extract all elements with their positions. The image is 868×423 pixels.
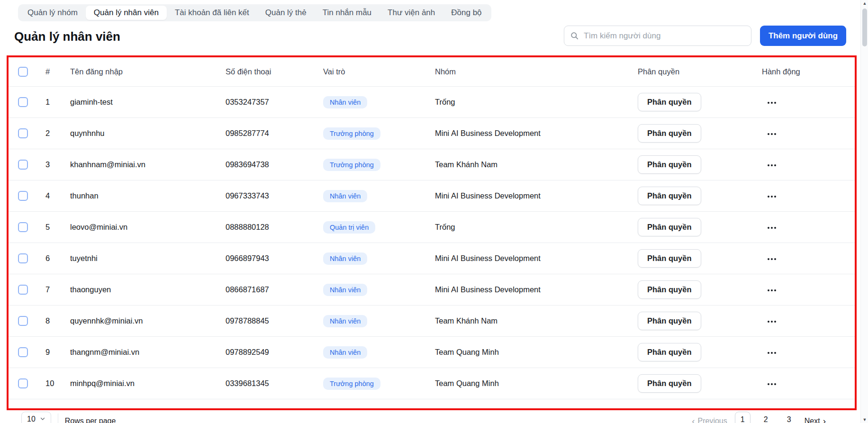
permission-button[interactable]: Phân quyền — [638, 187, 701, 205]
phone-cell: 0888880128 — [226, 223, 323, 232]
role-badge: Nhân viên — [323, 190, 367, 202]
permission-button[interactable]: Phân quyền — [638, 155, 701, 174]
group-cell: Team Khánh Nam — [435, 160, 638, 169]
role-badge: Nhân viên — [323, 346, 367, 359]
role-badge: Trưởng phòng — [323, 127, 380, 140]
row-index: 9 — [45, 348, 70, 357]
tab-7[interactable]: Đồng bộ — [443, 6, 489, 20]
row-checkbox[interactable] — [18, 160, 28, 170]
scroll-up-icon[interactable]: ▲ — [861, 1, 868, 6]
previous-page-button[interactable]: ‹ Previous — [692, 414, 727, 423]
next-page-button[interactable]: Next › — [805, 414, 826, 423]
permission-button[interactable]: Phân quyền — [638, 343, 701, 361]
row-checkbox[interactable] — [18, 285, 28, 295]
page-button-2[interactable]: 2 — [758, 412, 774, 423]
row-checkbox[interactable] — [18, 97, 28, 107]
table-row: 7thaonguyen0866871687Nhân viênMini AI Bu… — [9, 274, 855, 306]
permission-button[interactable]: Phân quyền — [638, 218, 701, 236]
add-user-button[interactable]: Thêm người dùng — [760, 26, 846, 46]
tab-2[interactable]: Quản lý nhân viên — [86, 6, 167, 20]
permission-button[interactable]: Phân quyền — [638, 249, 701, 268]
username-cell: leovo@miniai.vn — [70, 223, 226, 232]
row-checkbox[interactable] — [18, 347, 28, 357]
group-cell: Mini AI Business Development — [435, 191, 638, 200]
row-actions-button[interactable] — [762, 379, 782, 389]
chevron-left-icon: ‹ — [692, 416, 695, 423]
phone-cell: 0985287774 — [226, 129, 323, 138]
group-cell: Team Quang Minh — [435, 379, 638, 388]
tab-bar: Quản lý nhómQuản lý nhân viênTài khoản đ… — [18, 4, 491, 21]
table-row: 6tuyetnhi0966897943Nhân viênMini AI Busi… — [9, 243, 855, 274]
row-index: 6 — [45, 254, 70, 263]
row-actions-button[interactable] — [762, 348, 782, 358]
permission-button[interactable]: Phân quyền — [638, 312, 701, 330]
page-number-list: 123 — [735, 412, 797, 423]
role-badge: Nhân viên — [323, 96, 367, 108]
search-icon — [570, 31, 579, 40]
row-actions-button[interactable] — [762, 223, 782, 233]
row-index: 2 — [45, 129, 70, 138]
search-input[interactable] — [584, 31, 745, 41]
page-button-1[interactable]: 1 — [735, 412, 750, 423]
column-header-role: Vai trò — [323, 67, 435, 76]
column-header-group: Nhóm — [435, 67, 638, 76]
phone-cell: 0353247357 — [226, 98, 323, 107]
row-checkbox[interactable] — [18, 191, 28, 201]
row-index: 4 — [45, 191, 70, 200]
rows-per-page-select[interactable]: 10 — [21, 412, 51, 423]
row-actions-button[interactable] — [762, 192, 782, 201]
permission-button[interactable]: Phân quyền — [638, 124, 701, 143]
chevron-right-icon: › — [823, 416, 826, 423]
scrollbar[interactable]: ▲ ▼ — [860, 0, 868, 423]
pagination: ‹ Previous 123 Next › — [692, 412, 826, 423]
rows-per-page-value: 10 — [27, 415, 36, 423]
rows-per-page-control: 10 Rows per page — [21, 412, 116, 423]
permission-button[interactable]: Phân quyền — [638, 93, 701, 111]
ellipsis-icon — [768, 196, 776, 198]
row-checkbox[interactable] — [18, 253, 28, 263]
ellipsis-icon — [768, 164, 776, 166]
row-actions-button[interactable] — [762, 129, 782, 139]
tab-6[interactable]: Thư viện ảnh — [380, 6, 443, 20]
page-title: Quản lý nhân viên — [14, 29, 120, 44]
row-actions-button[interactable] — [762, 286, 782, 295]
tab-3[interactable]: Tài khoản đã liên kết — [167, 6, 257, 20]
scroll-down-icon[interactable]: ▼ — [861, 417, 868, 422]
row-checkbox[interactable] — [18, 316, 28, 326]
chevron-down-icon — [40, 415, 45, 423]
column-header-phone: Số điện thoại — [226, 67, 323, 76]
role-badge: Trưởng phòng — [323, 159, 380, 171]
ellipsis-icon — [768, 352, 776, 354]
phone-cell: 0866871687 — [226, 285, 323, 294]
row-checkbox[interactable] — [18, 128, 28, 138]
table-row: 8quyennhk@miniai.vn0978788845Nhân viênTe… — [9, 306, 855, 337]
role-badge: Quản trị viên — [323, 221, 375, 234]
tab-1[interactable]: Quản lý nhóm — [19, 6, 86, 20]
row-index: 1 — [45, 98, 70, 107]
username-cell: khanhnam@miniai.vn — [70, 160, 226, 169]
previous-label: Previous — [698, 417, 727, 423]
table-footer: 10 Rows per page ‹ Previous 123 Next › — [21, 412, 826, 423]
phone-cell: 0967333743 — [226, 191, 323, 200]
table-highlight-annotation: #Tên đăng nhậpSố điện thoạiVai tròNhómPh… — [7, 55, 857, 410]
scrollbar-thumb[interactable] — [862, 9, 867, 46]
tab-5[interactable]: Tin nhắn mẫu — [315, 6, 380, 20]
ellipsis-icon — [768, 321, 776, 323]
row-index: 8 — [45, 316, 70, 325]
select-all-checkbox[interactable] — [18, 67, 28, 77]
row-actions-button[interactable] — [762, 317, 782, 326]
row-checkbox[interactable] — [18, 222, 28, 232]
group-cell: Mini AI Business Development — [435, 254, 638, 263]
ellipsis-icon — [768, 102, 776, 104]
permission-button[interactable]: Phân quyền — [638, 374, 701, 393]
row-actions-button[interactable] — [762, 98, 782, 108]
permission-button[interactable]: Phân quyền — [638, 280, 701, 299]
row-actions-button[interactable] — [762, 254, 782, 264]
tab-4[interactable]: Quản lý thẻ — [257, 6, 315, 20]
ellipsis-icon — [768, 383, 776, 385]
page-button-3[interactable]: 3 — [781, 412, 797, 423]
row-actions-button[interactable] — [762, 161, 782, 170]
header-checkbox-cell — [18, 67, 45, 77]
table-row: 10minhpq@miniai.vn0339681345Trưởng phòng… — [9, 368, 855, 399]
row-checkbox[interactable] — [18, 378, 28, 388]
